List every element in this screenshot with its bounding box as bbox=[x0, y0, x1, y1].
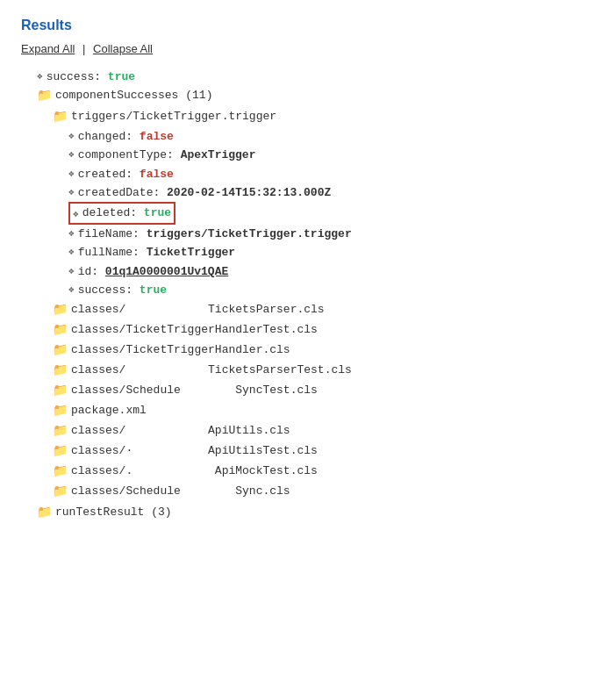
tree-row-class-5[interactable]: 📁 classes/Schedule SyncTest.cls bbox=[21, 381, 595, 401]
row-text: classes/. ApiMockTest.cls bbox=[71, 462, 318, 480]
results-title: Results bbox=[21, 18, 595, 33]
tree-row-filename: ❖ fileName: triggers/TicketTrigger.trigg… bbox=[21, 225, 595, 243]
tree-row-class-4[interactable]: 📁 classes/ TicketsParserTest.cls bbox=[21, 361, 595, 381]
folder-icon: 📁 bbox=[53, 482, 68, 502]
tree-row-inner-success: ❖ success: true bbox=[21, 281, 595, 299]
row-text: componentSuccesses (11) bbox=[55, 86, 212, 104]
folder-icon: 📁 bbox=[53, 320, 68, 341]
tree-row-class-1[interactable]: 📁 classes/ TicketsParser.cls bbox=[21, 300, 595, 320]
row-text: id: 01q1A0000001Uv1QAE bbox=[78, 262, 229, 281]
bullet-icon: ❖ bbox=[73, 206, 79, 222]
row-text: runTestResult (3) bbox=[55, 503, 172, 521]
created-date-val: 2020-02-14T15:32:13.000Z bbox=[167, 186, 331, 199]
folder-icon: 📁 bbox=[53, 441, 68, 462]
folder-icon: 📁 bbox=[53, 421, 68, 441]
tree-row-class-2[interactable]: 📁 classes/TicketTriggerHandlerTest.cls bbox=[21, 320, 595, 341]
row-text: fullName: TicketTrigger bbox=[78, 243, 235, 262]
tree-row-success: ❖ success: true bbox=[21, 68, 595, 86]
bullet-icon: ❖ bbox=[68, 128, 75, 144]
separator: | bbox=[82, 42, 85, 55]
row-text: package.xml bbox=[71, 401, 147, 419]
id-link[interactable]: 01q1A0000001Uv1QAE bbox=[105, 265, 228, 278]
bullet-icon: ❖ bbox=[68, 244, 75, 260]
bullet-icon: ❖ bbox=[37, 68, 43, 84]
folder-icon: 📁 bbox=[53, 341, 68, 361]
row-text: classes/ TicketsParser.cls bbox=[71, 300, 325, 319]
folder-icon: 📁 bbox=[37, 503, 52, 523]
row-text: classes/Schedule SyncTest.cls bbox=[71, 381, 318, 399]
row-text: classes/· ApiUtilsTest.cls bbox=[71, 441, 318, 460]
tree-row-created-date: ❖ createdDate: 2020-02-14T15:32:13.000Z bbox=[21, 183, 595, 202]
folder-icon: 📁 bbox=[53, 300, 68, 320]
tree-row-class-7[interactable]: 📁 classes/· ApiUtilsTest.cls bbox=[21, 441, 595, 462]
row-text: success: true bbox=[78, 281, 167, 299]
tree-row-changed: ❖ changed: false bbox=[21, 127, 595, 146]
bullet-icon: ❖ bbox=[68, 282, 75, 298]
val-true: true bbox=[108, 70, 135, 83]
val-true: true bbox=[144, 206, 171, 219]
val-false: false bbox=[140, 130, 174, 143]
row-text: createdDate: 2020-02-14T15:32:13.000Z bbox=[78, 183, 332, 202]
tree-row-component-successes[interactable]: 📁 componentSuccesses (11) bbox=[21, 86, 595, 106]
row-text: componentType: ApexTrigger bbox=[78, 146, 256, 164]
filename-val: triggers/TicketTrigger.trigger bbox=[147, 227, 352, 240]
folder-icon: 📁 bbox=[37, 86, 52, 106]
row-text: classes/TicketTriggerHandlerTest.cls bbox=[71, 320, 318, 339]
val-true: true bbox=[140, 283, 167, 297]
expand-collapse-bar: Expand All | Collapse All bbox=[21, 42, 595, 55]
tree-row-deleted: ❖ deleted: true bbox=[21, 202, 595, 224]
row-text: triggers/TicketTrigger.trigger bbox=[71, 107, 276, 125]
folder-icon: 📁 bbox=[53, 381, 68, 401]
bullet-icon: ❖ bbox=[68, 226, 75, 241]
row-text: fileName: triggers/TicketTrigger.trigger bbox=[78, 225, 352, 243]
bullet-icon: ❖ bbox=[68, 184, 75, 200]
tree-row-id: ❖ id: 01q1A0000001Uv1QAE bbox=[21, 262, 595, 281]
tree-row-run-test-result[interactable]: 📁 runTestResult (3) bbox=[21, 503, 595, 523]
results-tree: ❖ success: true 📁 componentSuccesses (11… bbox=[21, 68, 595, 523]
folder-icon: 📁 bbox=[53, 361, 68, 381]
bullet-icon: ❖ bbox=[68, 263, 75, 279]
component-type-val: ApexTrigger bbox=[181, 148, 256, 161]
bullet-icon: ❖ bbox=[68, 166, 75, 182]
tree-row-class-3[interactable]: 📁 classes/TicketTriggerHandler.cls bbox=[21, 341, 595, 361]
results-section: Results Expand All | Collapse All ❖ succ… bbox=[21, 18, 595, 523]
val-false: false bbox=[140, 168, 174, 181]
folder-icon: 📁 bbox=[53, 107, 68, 127]
expand-all-link[interactable]: Expand All bbox=[21, 42, 75, 55]
tree-row-package-xml[interactable]: 📁 package.xml bbox=[21, 401, 595, 421]
row-text: classes/Schedule Sync.cls bbox=[71, 482, 290, 500]
tree-row-trigger-folder[interactable]: 📁 triggers/TicketTrigger.trigger bbox=[21, 107, 595, 127]
row-text: classes/ TicketsParserTest.cls bbox=[71, 361, 352, 379]
collapse-all-link[interactable]: Collapse All bbox=[93, 42, 153, 55]
tree-row-class-8[interactable]: 📁 classes/. ApiMockTest.cls bbox=[21, 462, 595, 482]
folder-icon: 📁 bbox=[53, 462, 68, 482]
tree-row-component-type: ❖ componentType: ApexTrigger bbox=[21, 146, 595, 164]
row-text: created: false bbox=[78, 165, 174, 183]
row-text: success: true bbox=[47, 68, 135, 86]
tree-row-created: ❖ created: false bbox=[21, 165, 595, 183]
row-text: classes/ ApiUtils.cls bbox=[71, 421, 290, 440]
row-text: deleted: true bbox=[82, 204, 171, 222]
bullet-icon: ❖ bbox=[68, 147, 75, 162]
tree-row-fullname: ❖ fullName: TicketTrigger bbox=[21, 243, 595, 262]
row-text: classes/TicketTriggerHandler.cls bbox=[71, 341, 290, 359]
tree-row-class-6[interactable]: 📁 classes/ ApiUtils.cls bbox=[21, 421, 595, 441]
fullname-val: TicketTrigger bbox=[147, 246, 235, 259]
folder-icon: 📁 bbox=[53, 401, 68, 421]
tree-row-class-9[interactable]: 📁 classes/Schedule Sync.cls bbox=[21, 482, 595, 502]
highlight-box: ❖ deleted: true bbox=[68, 202, 175, 224]
row-text: changed: false bbox=[78, 127, 174, 146]
